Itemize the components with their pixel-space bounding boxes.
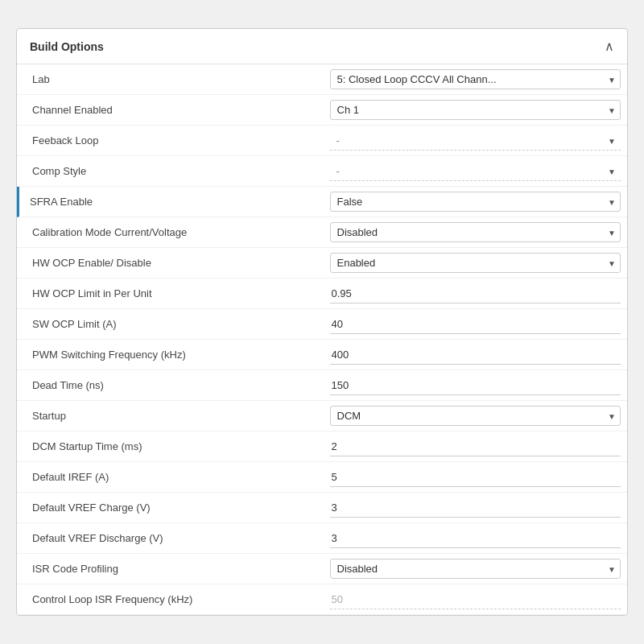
label-sfra-enable: SFRA Enable bbox=[19, 191, 324, 213]
value-hw-ocp-limit bbox=[324, 279, 628, 308]
row-comp-style: Comp Style-▼ bbox=[17, 156, 627, 187]
label-default-vref-discharge: Default VREF Discharge (V) bbox=[19, 527, 324, 549]
row-calibration-mode: Calibration Mode Current/VoltageDisabled… bbox=[17, 217, 627, 248]
label-lab: Lab bbox=[19, 68, 324, 90]
value-lab: 5: Closed Loop CCCV All Chann...▼ bbox=[324, 64, 628, 94]
value-startup: DCMCCM▼ bbox=[324, 401, 628, 431]
value-feedback-loop: -▼ bbox=[324, 126, 628, 155]
value-isr-code-profiling: DisabledEnabled▼ bbox=[324, 554, 628, 584]
label-hw-ocp-limit: HW OCP Limit in Per Unit bbox=[19, 283, 324, 304]
label-feedback-loop: Feeback Loop bbox=[19, 130, 324, 151]
label-default-vref-charge: Default VREF Charge (V) bbox=[19, 497, 324, 518]
select-feedback-loop[interactable]: - bbox=[330, 131, 621, 151]
value-default-vref-charge bbox=[324, 493, 628, 522]
input-dead-time[interactable] bbox=[330, 376, 621, 395]
value-default-vref-discharge bbox=[324, 524, 628, 553]
label-comp-style: Comp Style bbox=[19, 160, 324, 182]
row-dcm-startup-time: DCM Startup Time (ms) bbox=[17, 431, 627, 462]
build-options-panel: Build Options ∧ Lab5: Closed Loop CCCV A… bbox=[16, 28, 628, 616]
row-default-iref: Default IREF (A) bbox=[17, 462, 627, 493]
rows-container: Lab5: Closed Loop CCCV All Chann...▼Chan… bbox=[17, 64, 627, 615]
select-wrapper-calibration-mode: DisabledEnabled▼ bbox=[330, 222, 621, 242]
select-wrapper-isr-code-profiling: DisabledEnabled▼ bbox=[330, 559, 621, 579]
collapse-icon[interactable]: ∧ bbox=[605, 39, 614, 54]
panel-header: Build Options ∧ bbox=[17, 29, 627, 64]
row-hw-ocp-enable: HW OCP Enable/ DisableEnabledDisabled▼ bbox=[17, 248, 627, 279]
input-sw-ocp-limit[interactable] bbox=[330, 315, 621, 334]
value-comp-style: -▼ bbox=[324, 157, 628, 186]
input-default-iref[interactable] bbox=[330, 468, 621, 487]
label-dcm-startup-time: DCM Startup Time (ms) bbox=[19, 436, 324, 457]
select-isr-code-profiling[interactable]: DisabledEnabled bbox=[330, 559, 621, 579]
input-control-loop-isr-freq bbox=[330, 590, 621, 609]
row-feedback-loop: Feeback Loop-▼ bbox=[17, 126, 627, 156]
select-wrapper-hw-ocp-enable: EnabledDisabled▼ bbox=[330, 253, 621, 273]
input-pwm-switching-freq[interactable] bbox=[330, 345, 621, 365]
value-dcm-startup-time bbox=[324, 432, 628, 461]
label-hw-ocp-enable: HW OCP Enable/ Disable bbox=[19, 252, 324, 274]
label-startup: Startup bbox=[19, 405, 324, 427]
label-pwm-switching-freq: PWM Switching Frequency (kHz) bbox=[19, 344, 324, 365]
label-sw-ocp-limit: SW OCP Limit (A) bbox=[19, 313, 324, 335]
value-dead-time bbox=[324, 371, 628, 400]
select-sfra-enable[interactable]: FalseTrue bbox=[330, 192, 621, 212]
select-wrapper-lab: 5: Closed Loop CCCV All Chann...▼ bbox=[330, 69, 621, 89]
label-dead-time: Dead Time (ns) bbox=[19, 374, 324, 396]
value-sw-ocp-limit bbox=[324, 310, 628, 339]
row-hw-ocp-limit: HW OCP Limit in Per Unit bbox=[17, 279, 627, 309]
select-hw-ocp-enable[interactable]: EnabledDisabled bbox=[330, 253, 621, 273]
input-default-vref-charge[interactable] bbox=[330, 498, 621, 518]
label-control-loop-isr-freq: Control Loop ISR Frequency (kHz) bbox=[19, 588, 324, 610]
panel-title: Build Options bbox=[30, 40, 104, 53]
select-calibration-mode[interactable]: DisabledEnabled bbox=[330, 222, 621, 242]
label-channel-enabled: Channel Enabled bbox=[19, 99, 324, 121]
value-default-iref bbox=[324, 463, 628, 492]
label-calibration-mode: Calibration Mode Current/Voltage bbox=[19, 221, 324, 243]
value-channel-enabled: Ch 1▼ bbox=[324, 95, 628, 125]
row-sfra-enable: SFRA EnableFalseTrue▼ bbox=[17, 187, 627, 217]
select-wrapper-sfra-enable: FalseTrue▼ bbox=[330, 192, 621, 212]
row-control-loop-isr-freq: Control Loop ISR Frequency (kHz) bbox=[17, 584, 627, 615]
dotted-select-wrapper-feedback-loop: -▼ bbox=[330, 131, 621, 151]
select-wrapper-channel-enabled: Ch 1▼ bbox=[330, 100, 621, 120]
value-pwm-switching-freq bbox=[324, 341, 628, 369]
row-dead-time: Dead Time (ns) bbox=[17, 370, 627, 401]
value-sfra-enable: FalseTrue▼ bbox=[324, 187, 628, 217]
value-hw-ocp-enable: EnabledDisabled▼ bbox=[324, 248, 628, 278]
value-control-loop-isr-freq bbox=[324, 585, 628, 614]
select-channel-enabled[interactable]: Ch 1 bbox=[330, 100, 621, 120]
select-startup[interactable]: DCMCCM bbox=[330, 406, 621, 426]
input-dcm-startup-time[interactable] bbox=[330, 437, 621, 456]
row-sw-ocp-limit: SW OCP Limit (A) bbox=[17, 309, 627, 340]
label-default-iref: Default IREF (A) bbox=[19, 466, 324, 488]
select-wrapper-startup: DCMCCM▼ bbox=[330, 406, 621, 426]
row-startup: StartupDCMCCM▼ bbox=[17, 401, 627, 431]
row-pwm-switching-freq: PWM Switching Frequency (kHz) bbox=[17, 340, 627, 370]
row-isr-code-profiling: ISR Code ProfilingDisabledEnabled▼ bbox=[17, 554, 627, 584]
row-lab: Lab5: Closed Loop CCCV All Chann...▼ bbox=[17, 64, 627, 95]
row-default-vref-discharge: Default VREF Discharge (V) bbox=[17, 523, 627, 554]
dotted-select-wrapper-comp-style: -▼ bbox=[330, 162, 621, 181]
label-isr-code-profiling: ISR Code Profiling bbox=[19, 558, 324, 580]
input-default-vref-discharge[interactable] bbox=[330, 529, 621, 548]
row-default-vref-charge: Default VREF Charge (V) bbox=[17, 493, 627, 523]
row-channel-enabled: Channel EnabledCh 1▼ bbox=[17, 95, 627, 126]
input-hw-ocp-limit[interactable] bbox=[330, 284, 621, 303]
select-lab[interactable]: 5: Closed Loop CCCV All Chann... bbox=[330, 69, 621, 89]
select-comp-style[interactable]: - bbox=[330, 162, 621, 181]
value-calibration-mode: DisabledEnabled▼ bbox=[324, 217, 628, 247]
